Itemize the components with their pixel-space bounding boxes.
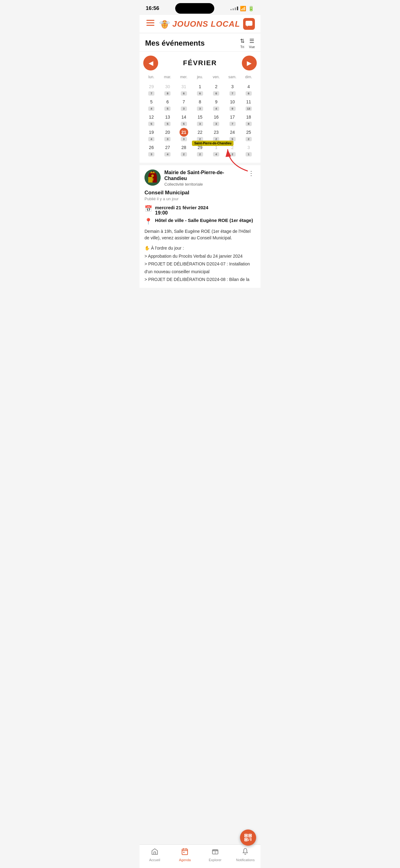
more-options-button[interactable]: ⋮ [247,169,256,177]
cal-cell-2-0[interactable]: 125 [143,112,159,127]
weekday-3: jeu. [192,73,208,81]
svg-point-9 [163,21,164,22]
cal-cell-4-1[interactable]: 274 [159,143,175,158]
cal-cell-0-1[interactable]: 308 [159,82,175,97]
cal-cell-0-3[interactable]: 16 [192,82,208,97]
cal-badge: 4 [164,152,171,156]
signal-icon [230,6,238,10]
cal-cell-3-2[interactable]: 213 [176,127,192,143]
qr-fab-button[interactable] [240,830,256,846]
weekday-6: dim. [241,73,257,81]
cal-cell-1-1[interactable]: 65 [159,97,175,112]
cal-day-number: 4 [244,82,253,91]
nav-explorer[interactable]: Explorer [204,848,226,862]
cal-badge: 6 [197,91,203,96]
event-title: Conseil Municipal [144,190,256,196]
cal-cell-4-4[interactable]: 14Saint-Pierre-de-Chandieu [208,143,224,158]
agenda-item-1: > PROJET DE DÉLIBÉRATION D2024-07 : Inst… [144,260,256,276]
svg-rect-27 [154,852,156,854]
cal-day-number: 3 [228,82,237,91]
prev-month-button[interactable]: ◀ [143,56,158,70]
cal-day-number: 16 [212,113,221,121]
cal-cell-0-5[interactable]: 37 [224,82,240,97]
view-icon: ☰ [249,37,254,44]
cal-cell-1-3[interactable]: 83 [192,97,208,112]
cal-cell-0-0[interactable]: 297 [143,82,159,97]
cal-cell-3-0[interactable]: 194 [143,127,159,143]
cal-cell-0-2[interactable]: 316 [176,82,192,97]
cal-badge: 8 [164,91,171,96]
cal-cell-1-2[interactable]: 73 [176,97,192,112]
cal-day-number: 20 [163,128,172,136]
cal-cell-3-4[interactable]: 232 [208,127,224,143]
cal-cell-1-0[interactable]: 54 [143,97,159,112]
menu-button[interactable] [145,19,156,29]
cal-day-number: 5 [147,97,156,106]
cal-cell-0-6[interactable]: 46 [241,82,257,97]
page-title: Mes événements [145,39,205,48]
cal-badge: 5 [164,106,171,111]
cal-badge: 5 [164,122,171,126]
svg-rect-1 [146,22,155,23]
cal-cell-4-6[interactable]: 31 [241,143,257,158]
battery-icon: 🔋 [248,6,254,11]
location-icon: 📍 [144,218,152,225]
calendar-nav: ◀ FÉVRIER ▶ [143,52,257,73]
cal-cell-3-5[interactable]: 245 [224,127,240,143]
next-month-button[interactable]: ▶ [242,56,257,70]
org-header: ♛ Mairie de Saint-Pierre-de-Chandieu Col… [144,169,256,187]
chat-button[interactable] [243,18,255,30]
cal-badge: 1 [245,152,252,156]
app-header: JOUONS LOCAL [139,15,261,33]
notifications-icon [241,848,249,857]
cal-cell-2-5[interactable]: 177 [224,112,240,127]
svg-point-24 [151,175,154,177]
logo-text: JOUONS LOCAL [172,19,240,29]
cal-badge: 5 [181,122,187,126]
cal-cell-1-5[interactable]: 109 [224,97,240,112]
nav-notifications-label: Notifications [236,858,255,862]
cal-cell-4-2[interactable]: 282 [176,143,192,158]
cal-day-number: 6 [163,97,172,106]
cal-cell-2-2[interactable]: 145 [176,112,192,127]
cal-day-number: 8 [196,97,204,106]
sort-button[interactable]: ⇅ Tri [240,37,245,49]
cal-cell-0-4[interactable]: 26 [208,82,224,97]
weekday-4: ven. [208,73,224,81]
cal-badge: 7 [148,91,155,96]
nav-agenda[interactable]: Agenda [174,848,196,862]
view-button[interactable]: ☰ Vue [249,37,255,49]
weekday-1: mar. [159,73,175,81]
cal-badge: 6 [213,91,219,96]
weekday-5: sam. [224,73,240,81]
nav-accueil[interactable]: Accueil [144,848,166,862]
cal-badge: 8 [245,122,252,126]
cal-day-number: 13 [163,113,172,121]
agenda-title: ✋ À l'ordre du jour : [144,244,256,252]
cal-cell-2-3[interactable]: 153 [192,112,208,127]
cal-day-number: 27 [163,143,172,152]
cal-cell-2-4[interactable]: 163 [208,112,224,127]
cal-day-number: 29 [147,82,156,91]
cal-cell-3-3[interactable]: 222 [192,127,208,143]
cal-badge: 6 [181,91,187,96]
weekday-2: mer. [176,73,192,81]
event-card: ♛ Mairie de Saint-Pierre-de-Chandieu Col… [139,165,261,288]
cal-cell-2-6[interactable]: 188 [241,112,257,127]
cal-badge: 7 [229,122,236,126]
cal-day-number: 15 [196,113,204,121]
cal-badge: 3 [148,152,155,156]
svg-rect-0 [146,20,155,21]
cal-day-number: 21 [179,128,188,136]
status-time: 16:56 [146,5,159,11]
nav-notifications[interactable]: Notifications [234,848,256,862]
cal-day-number: 30 [163,82,172,91]
notch [175,3,214,14]
cal-cell-1-4[interactable]: 94 [208,97,224,112]
agenda-icon [181,848,189,857]
cal-cell-2-1[interactable]: 135 [159,112,175,127]
cal-cell-3-6[interactable]: 252 [241,127,257,143]
cal-cell-1-6[interactable]: 1113 [241,97,257,112]
cal-cell-3-1[interactable]: 203 [159,127,175,143]
cal-cell-4-0[interactable]: 263 [143,143,159,158]
